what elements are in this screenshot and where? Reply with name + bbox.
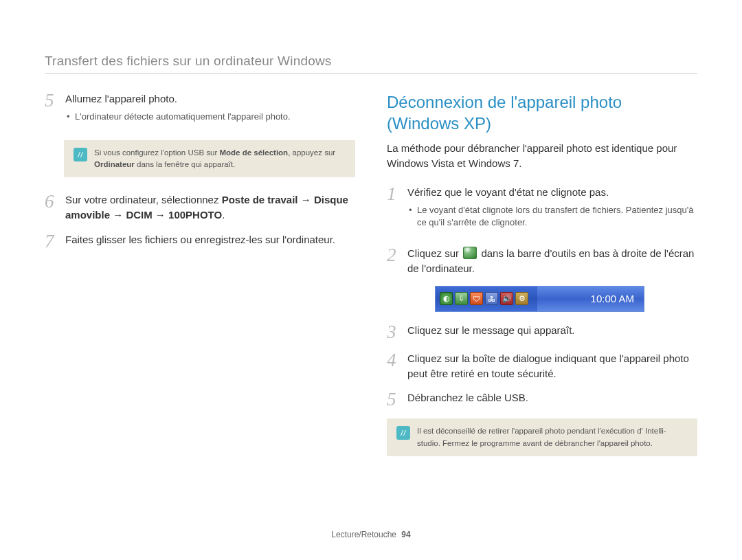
bullet-item: Le voyant d'état clignote lors du transf… xyxy=(407,204,697,230)
step-number: 1 xyxy=(387,185,401,236)
step-2: 2 Cliquez sur dans la barre d'outils en … xyxy=(387,246,697,276)
step-body: Débranchez le câble USB. xyxy=(407,390,697,409)
step-number: 6 xyxy=(45,192,58,223)
step-body: Cliquez sur la boîte de dialogue indiqua… xyxy=(407,351,697,381)
section-heading: Déconnexion de l'appareil photo (Windows… xyxy=(387,91,697,134)
step-body: Sur votre ordinateur, sélectionnez Poste… xyxy=(65,192,355,223)
step-body: Cliquez sur dans la barre d'outils en ba… xyxy=(407,246,697,276)
bullet-item: L'ordinateur détecte automatiquement l'a… xyxy=(65,111,355,124)
step-text: Vérifiez que le voyant d'état ne clignot… xyxy=(407,186,609,198)
step-number: 7 xyxy=(45,232,58,251)
step-number: 3 xyxy=(387,323,401,341)
page-content: Transfert des fichiers sur un ordinateur… xyxy=(0,0,742,471)
step-4: 4 Cliquez sur la boîte de dialogue indiq… xyxy=(387,351,697,381)
two-column-layout: 5 Allumez l'appareil photo. L'ordinateur… xyxy=(45,91,697,471)
note-icon xyxy=(74,148,87,161)
left-column: 5 Allumez l'appareil photo. L'ordinateur… xyxy=(45,91,355,471)
step-bullets: Le voyant d'état clignote lors du transf… xyxy=(407,204,697,230)
step-body: Allumez l'appareil photo. L'ordinateur d… xyxy=(65,91,355,131)
network-icon: 🖧 xyxy=(485,292,498,305)
note-text: Si vous configurez l'option USB sur Mode… xyxy=(94,147,346,171)
step-number: 4 xyxy=(387,351,401,381)
step-bullets: L'ordinateur détecte automatiquement l'a… xyxy=(65,111,355,124)
step-text: Allumez l'appareil photo. xyxy=(65,93,177,104)
safely-remove-hardware-icon xyxy=(463,247,477,259)
step-5r: 5 Débranchez le câble USB. xyxy=(387,390,697,409)
step-6: 6 Sur votre ordinateur, sélectionnez Pos… xyxy=(45,192,355,223)
note-box: Si vous configurez l'option USB sur Mode… xyxy=(64,140,355,178)
step-5: 5 Allumez l'appareil photo. L'ordinateur… xyxy=(45,91,355,131)
security-shield-icon: 🛡 xyxy=(470,292,483,305)
step-7: 7 Faites glisser les fichiers ou enregis… xyxy=(45,232,355,251)
step-number: 2 xyxy=(387,246,401,276)
page-number: 94 xyxy=(401,530,410,539)
volume-icon: 🔊 xyxy=(500,292,513,305)
start-orb-icon: ◐ xyxy=(440,292,453,305)
step-number: 5 xyxy=(45,91,58,131)
page-footer: Lecture/Retouche 94 xyxy=(0,530,742,539)
right-column: Déconnexion de l'appareil photo (Windows… xyxy=(387,91,697,471)
step-body: Faites glisser les fichiers ou enregistr… xyxy=(65,232,355,251)
system-tray: ◐ ⇩ 🛡 🖧 🔊 ⚙ xyxy=(436,287,537,311)
step-3: 3 Cliquez sur le message qui apparaît. xyxy=(387,323,697,341)
step-body: Vérifiez que le voyant d'état ne clignot… xyxy=(407,185,697,236)
section-intro: La méthode pour débrancher l'appareil ph… xyxy=(387,141,697,171)
note-icon xyxy=(396,426,410,440)
step-body: Cliquez sur le message qui apparaît. xyxy=(407,323,697,341)
windows-taskbar-illustration: ◐ ⇩ 🛡 🖧 🔊 ⚙ 10:00 AM xyxy=(435,286,644,312)
settings-icon: ⚙ xyxy=(515,292,528,305)
footer-section: Lecture/Retouche xyxy=(331,530,396,539)
note-text: Il est déconseillé de retirer l'appareil… xyxy=(417,425,688,449)
page-title: Transfert des fichiers sur un ordinateur… xyxy=(45,54,697,74)
taskbar-clock: 10:00 AM xyxy=(537,287,644,311)
step-number: 5 xyxy=(387,390,401,409)
safely-remove-hardware-tray-icon: ⇩ xyxy=(455,292,468,305)
step-text-pre: Cliquez sur xyxy=(407,247,462,259)
note-box: Il est déconseillé de retirer l'appareil… xyxy=(387,418,697,456)
step-1: 1 Vérifiez que le voyant d'état ne clign… xyxy=(387,185,697,236)
